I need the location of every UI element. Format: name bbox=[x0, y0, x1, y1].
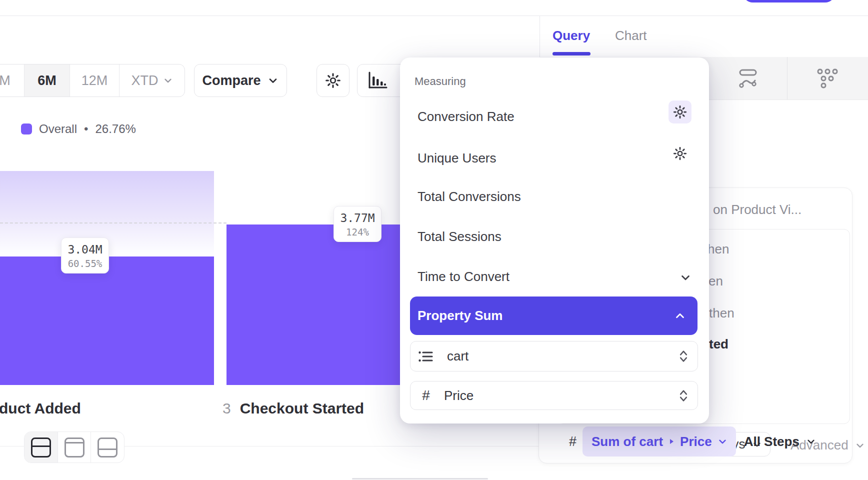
range-12m[interactable]: 12M bbox=[70, 64, 120, 96]
tab-query[interactable]: Query bbox=[552, 28, 590, 44]
measuring-dropdown-panel: Measuring Conversion Rate Unique Users T… bbox=[400, 58, 709, 424]
sum-of-cart-price-chip[interactable]: Sum of cart Price bbox=[582, 426, 736, 456]
panel-divider bbox=[540, 16, 540, 57]
chevron-down-icon bbox=[806, 436, 816, 447]
conversion-rate-settings-button[interactable] bbox=[668, 100, 692, 124]
property-name-select[interactable]: # Price bbox=[410, 381, 698, 410]
legend-value: 26.76% bbox=[95, 122, 136, 136]
unique-users-settings-button[interactable] bbox=[668, 142, 692, 165]
bar-1-tooltip: 3.04M 60.55% bbox=[61, 238, 109, 274]
layout-split-horizontal-button[interactable] bbox=[24, 432, 58, 462]
bar-2-conversion: 124% bbox=[334, 226, 381, 238]
measuring-title: Measuring bbox=[414, 75, 466, 88]
flows-icon bbox=[738, 68, 758, 88]
chip-property-name: Price bbox=[680, 434, 712, 450]
layout-toggle-group bbox=[24, 432, 124, 463]
list-icon bbox=[418, 349, 434, 364]
time-range-segmented-control: M 6M 12M XTD bbox=[0, 64, 185, 97]
step-row-fragment: ted bbox=[709, 336, 728, 352]
property-sum-label: Property Sum bbox=[418, 308, 503, 324]
property-name-value: Price bbox=[444, 388, 474, 404]
gear-icon bbox=[324, 72, 342, 89]
flows-view-button[interactable] bbox=[709, 57, 787, 100]
menu-item-conversion-rate[interactable]: Conversion Rate bbox=[418, 109, 514, 124]
step-row-fragment: hen bbox=[708, 242, 729, 257]
range-6m[interactable]: 6M bbox=[24, 64, 70, 96]
bar-chart-icon bbox=[366, 70, 388, 90]
compare-button[interactable]: Compare bbox=[194, 64, 287, 97]
active-tab-underline bbox=[552, 52, 590, 56]
layout-header-view-button[interactable] bbox=[58, 432, 92, 462]
step-1-name: duct Added bbox=[0, 400, 81, 417]
funnel-bar-2[interactable] bbox=[226, 224, 400, 385]
step-2-number: 3 bbox=[222, 400, 231, 417]
menu-item-total-sessions[interactable]: Total Sessions bbox=[418, 229, 502, 244]
legend-separator: • bbox=[84, 122, 88, 136]
gear-icon bbox=[672, 146, 688, 161]
up-down-stepper-icon bbox=[678, 350, 688, 362]
measured-value-row: # Sum of cart Price All Steps bbox=[569, 426, 816, 456]
card-header-fragment: on Product Vi... bbox=[713, 202, 802, 218]
funnel-step-2-label: 3 Checkout Started bbox=[222, 400, 364, 417]
all-steps-label: All Steps bbox=[744, 434, 800, 450]
chart-settings-button[interactable] bbox=[316, 64, 350, 97]
menu-item-unique-users[interactable]: Unique Users bbox=[418, 150, 496, 166]
chevron-down-icon[interactable] bbox=[679, 271, 692, 286]
chevron-up-icon bbox=[674, 310, 686, 322]
funnel-bar-1[interactable] bbox=[0, 256, 214, 385]
hidden-card-top-edge bbox=[352, 478, 488, 480]
all-steps-dropdown[interactable]: All Steps bbox=[744, 434, 816, 450]
chevron-down-icon bbox=[267, 74, 279, 86]
gear-icon bbox=[672, 104, 688, 120]
chip-property-group: Sum of cart bbox=[592, 434, 663, 450]
footer-view-icon bbox=[98, 438, 118, 458]
number-type-icon: # bbox=[569, 434, 576, 450]
primary-action-button[interactable] bbox=[742, 0, 836, 2]
range-xtd[interactable]: XTD bbox=[120, 64, 185, 96]
menu-item-time-to-convert[interactable]: Time to Convert bbox=[418, 269, 510, 284]
tab-chart[interactable]: Chart bbox=[615, 28, 647, 44]
property-event-value: cart bbox=[447, 348, 468, 364]
range-m[interactable]: M bbox=[0, 64, 24, 96]
legend-swatch bbox=[21, 124, 32, 134]
property-event-select[interactable]: cart bbox=[410, 341, 698, 372]
app-root: { "topbar": { "primary_button": "" }, "t… bbox=[0, 0, 868, 480]
layout-footer-view-button[interactable] bbox=[91, 432, 124, 462]
dots-grid-icon bbox=[816, 68, 838, 89]
legend-series: Overall bbox=[39, 122, 77, 136]
hash-icon: # bbox=[418, 388, 434, 404]
compare-label: Compare bbox=[202, 73, 260, 88]
bar-1-value: 3.04M bbox=[62, 242, 108, 257]
step-2-name: Checkout Started bbox=[240, 400, 364, 417]
legend[interactable]: Overall • 26.76% bbox=[21, 122, 136, 136]
step-row-fragment: en bbox=[708, 274, 723, 289]
funnel-step-1-label: duct Added bbox=[0, 400, 81, 417]
chevron-down-icon bbox=[854, 440, 866, 451]
bar-2-tooltip: 3.77M 124% bbox=[334, 206, 382, 242]
reference-dashed-line bbox=[0, 222, 226, 224]
step-row-fragment: then bbox=[709, 306, 734, 321]
menu-item-total-conversions[interactable]: Total Conversions bbox=[418, 189, 521, 204]
split-horizontal-icon bbox=[31, 438, 51, 458]
up-down-stepper-icon bbox=[678, 390, 688, 402]
breadcrumb-arrow-icon bbox=[668, 438, 675, 446]
chevron-down-icon bbox=[717, 436, 728, 447]
top-divider bbox=[0, 16, 868, 16]
bar-1-conversion: 60.55% bbox=[62, 257, 108, 270]
apps-grid-button[interactable] bbox=[787, 57, 868, 100]
bar-2-value: 3.77M bbox=[334, 210, 381, 226]
menu-item-property-sum-selected[interactable]: Property Sum bbox=[410, 296, 698, 335]
chevron-down-icon bbox=[162, 75, 174, 86]
header-view-icon bbox=[64, 438, 84, 458]
